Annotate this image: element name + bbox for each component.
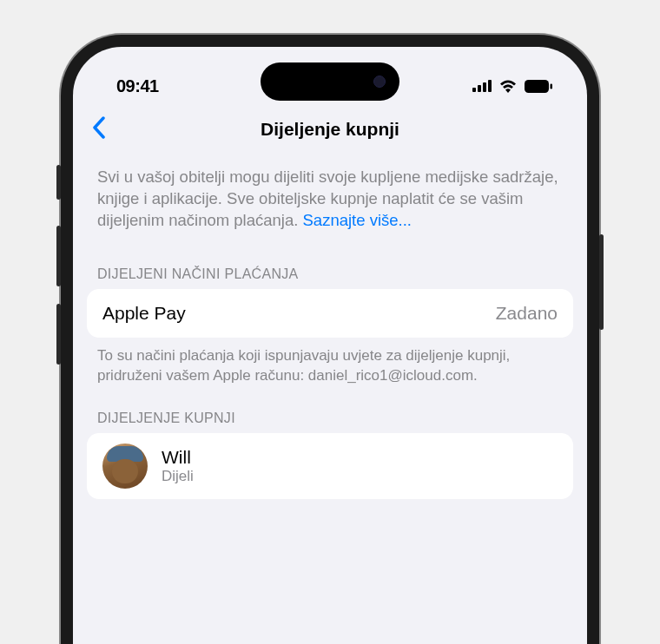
svg-rect-4: [525, 80, 549, 93]
payment-method-row[interactable]: Apple Pay Zadano: [87, 289, 573, 338]
front-camera: [373, 76, 386, 88]
avatar-face: [112, 459, 138, 483]
phone-frame: 09:41: [61, 35, 599, 644]
battery-icon: [525, 80, 552, 93]
phone-power-button: [599, 234, 604, 330]
user-row[interactable]: Will Dijeli: [87, 433, 573, 499]
payment-methods-footer: To su načini plaćanja koji ispunjavaju u…: [73, 338, 587, 386]
content-area: Svi u vašoj obitelji mogu dijeliti svoje…: [73, 151, 587, 499]
page-title: Dijeljenje kupnji: [261, 119, 399, 140]
avatar: [102, 444, 148, 489]
cellular-icon: [472, 80, 492, 92]
status-time: 09:41: [116, 76, 159, 96]
status-icons: [472, 79, 552, 93]
svg-rect-1: [478, 85, 481, 92]
svg-rect-2: [483, 82, 486, 92]
chevron-left-icon: [92, 116, 106, 139]
phone-mute-switch: [56, 165, 61, 200]
learn-more-link[interactable]: Saznajte više...: [303, 211, 412, 229]
back-button[interactable]: [92, 116, 106, 142]
svg-rect-0: [472, 88, 476, 92]
nav-bar: Dijeljenje kupnji: [73, 108, 587, 151]
user-share-status: Dijeli: [162, 468, 194, 485]
user-info: Will Dijeli: [162, 447, 194, 485]
sharing-users-group: Will Dijeli: [87, 433, 573, 499]
phone-volume-down: [56, 304, 61, 365]
payment-methods-group: Apple Pay Zadano: [87, 289, 573, 338]
user-name: Will: [162, 447, 194, 468]
payment-method-name: Apple Pay: [102, 303, 186, 324]
screen: 09:41: [73, 47, 587, 644]
purchase-sharing-header: DIJELJENJE KUPNJI: [73, 386, 587, 433]
payment-methods-header: DIJELJENI NAČINI PLAĆANJA: [73, 242, 587, 289]
svg-rect-3: [488, 80, 492, 92]
intro-description: Svi u vašoj obitelji mogu dijeliti svoje…: [73, 167, 587, 242]
svg-rect-5: [551, 83, 553, 89]
dynamic-island: [261, 62, 399, 101]
wifi-icon: [498, 79, 518, 93]
payment-method-status: Zadano: [496, 303, 558, 324]
phone-volume-up: [56, 226, 61, 286]
